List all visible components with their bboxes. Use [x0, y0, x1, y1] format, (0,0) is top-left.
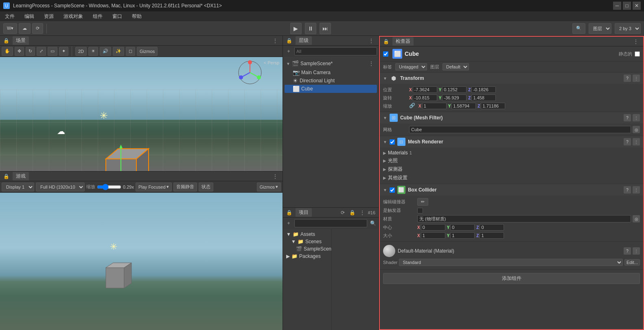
- box-collider-options-btn[interactable]: ⋮: [633, 186, 640, 194]
- project-refresh-btn[interactable]: ⟳: [339, 209, 347, 217]
- project-menu-btn[interactable]: ⋮: [358, 209, 366, 217]
- project-lock-btn[interactable]: 🔒: [348, 209, 357, 217]
- scene-object-cube[interactable]: [98, 143, 155, 171]
- combo-tool[interactable]: ✦: [59, 47, 68, 56]
- menu-component[interactable]: 组件: [91, 12, 104, 21]
- scale-slider[interactable]: [97, 184, 121, 190]
- object-name[interactable]: Cube: [405, 51, 616, 57]
- project-item-packages[interactable]: ▶ 📁 Packages: [285, 253, 330, 260]
- edit-collider-btn[interactable]: ✏: [417, 198, 428, 206]
- center-x-input[interactable]: [421, 224, 445, 231]
- layout-dropdown[interactable]: 2 by 3: [615, 23, 641, 34]
- pause-button[interactable]: ⏸: [305, 23, 316, 34]
- mesh-renderer-options-btn[interactable]: ⋮: [633, 138, 640, 145]
- project-add-btn[interactable]: +: [285, 219, 293, 227]
- close-button[interactable]: ✕: [633, 2, 641, 10]
- material-info-btn[interactable]: ?: [624, 247, 631, 255]
- play-button[interactable]: ▶: [290, 23, 302, 34]
- box-collider-info-btn[interactable]: ?: [624, 186, 631, 194]
- cloud-btn[interactable]: ☁: [19, 23, 31, 34]
- scale-y-input[interactable]: [451, 103, 476, 109]
- project-item-assets[interactable]: ▼ 📁 Assets: [285, 231, 330, 238]
- scene-menu-btn[interactable]: ⋮: [271, 37, 279, 45]
- scene-2d-btn[interactable]: 2D: [75, 47, 87, 56]
- size-y-input[interactable]: [450, 232, 475, 239]
- mesh-renderer-header[interactable]: ▼ ⊟ Mesh Renderer ? ⋮: [380, 136, 643, 147]
- game-tab[interactable]: 游戏: [13, 172, 29, 180]
- layer-dropdown[interactable]: 图层: [589, 23, 611, 34]
- project-item-samplescene[interactable]: 🎬 SampleScene: [285, 245, 330, 253]
- shader-dropdown[interactable]: Standard: [399, 259, 622, 266]
- gizmos-btn[interactable]: Gizmos ▾: [257, 183, 281, 191]
- mesh-filter-header[interactable]: ▼ ⊞ Cube (Mesh Filter) ? ⋮: [380, 112, 643, 123]
- transform-info-btn[interactable]: ?: [624, 75, 631, 82]
- hierarchy-search[interactable]: [294, 47, 377, 55]
- pos-z-input[interactable]: [471, 86, 496, 93]
- menu-file[interactable]: 文件: [3, 12, 16, 21]
- mesh-filter-options-btn[interactable]: ⋮: [633, 114, 640, 121]
- mesh-input[interactable]: [409, 126, 631, 133]
- display-select[interactable]: Display 1: [2, 183, 34, 191]
- hierarchy-tab[interactable]: 层级: [296, 36, 312, 45]
- active-checkbox[interactable]: [383, 51, 388, 57]
- project-tab[interactable]: 项目: [296, 208, 312, 217]
- rect-tool[interactable]: ▭: [48, 47, 57, 56]
- menu-help[interactable]: 帮助: [130, 12, 143, 21]
- step-button[interactable]: ⏭: [320, 23, 331, 34]
- mesh-renderer-info-btn[interactable]: ?: [624, 138, 631, 145]
- size-z-input[interactable]: [480, 232, 504, 239]
- static-checkbox[interactable]: [635, 51, 640, 57]
- pos-x-input[interactable]: [413, 86, 437, 93]
- scene-gizmos-btn[interactable]: Gizmos: [137, 47, 158, 56]
- search-btn[interactable]: 🔍: [572, 23, 585, 34]
- project-search[interactable]: [294, 219, 367, 227]
- hierarchy-menu-btn[interactable]: ⋮: [367, 37, 375, 45]
- box-collider-header[interactable]: ▼ ⬜ Box Collider ? ⋮: [380, 184, 643, 196]
- rot-x-input[interactable]: [413, 95, 437, 101]
- menu-edit[interactable]: 编辑: [23, 12, 36, 21]
- scale-tool[interactable]: ⤢: [37, 47, 46, 56]
- project-item-scenes[interactable]: ▼ 📁 Scenes: [285, 238, 330, 245]
- add-component-button[interactable]: 添加组件: [383, 273, 640, 284]
- menu-gameobject[interactable]: 游戏对象: [62, 12, 85, 21]
- hand-tool[interactable]: ✋: [2, 47, 13, 56]
- transform-header[interactable]: ▼ ⬢ Transform ? ⋮: [380, 73, 643, 84]
- phys-material-select-btn[interactable]: ◎: [633, 215, 640, 222]
- material-options-btn[interactable]: ⋮: [633, 247, 640, 255]
- transform-options-btn[interactable]: ⋮: [633, 75, 640, 82]
- menu-assets[interactable]: 资源: [42, 12, 55, 21]
- shader-edit-btn[interactable]: Edit...: [624, 259, 640, 266]
- tag-dropdown[interactable]: Untagged: [395, 63, 427, 70]
- play-focused-btn[interactable]: Play Focused ▾: [136, 183, 172, 191]
- scale-z-input[interactable]: [481, 103, 505, 109]
- scene-options-btn[interactable]: ⋮: [367, 59, 375, 68]
- hierarchy-add-btn[interactable]: +: [285, 47, 293, 55]
- center-y-input[interactable]: [450, 224, 475, 231]
- center-z-input[interactable]: [480, 224, 504, 231]
- layer-dropdown[interactable]: Default: [442, 63, 469, 70]
- resolution-select[interactable]: Full HD (1920x1080): [36, 183, 85, 191]
- transform-tool-btn[interactable]: W▾: [3, 23, 17, 34]
- scene-fx-btn[interactable]: ✨: [113, 47, 124, 56]
- minimize-button[interactable]: ─: [613, 2, 621, 10]
- materials-expandable[interactable]: ▶ Materials 1: [383, 149, 640, 156]
- inspector-menu-btn[interactable]: ⋮: [632, 37, 640, 46]
- mesh-renderer-enabled[interactable]: [390, 139, 395, 145]
- rotate-tool[interactable]: ↻: [26, 47, 35, 56]
- project-search-btn[interactable]: 🔍: [369, 219, 377, 227]
- hierarchy-item-cube[interactable]: ⬜ Cube: [285, 85, 377, 93]
- mesh-filter-info-btn[interactable]: ?: [624, 114, 631, 121]
- scene-audio-btn[interactable]: 🔊: [100, 47, 111, 56]
- scene-tab[interactable]: 场景: [13, 36, 29, 45]
- game-menu-btn[interactable]: ⋮: [271, 172, 279, 180]
- box-collider-enabled[interactable]: [390, 187, 395, 193]
- inspector-tab[interactable]: 检查器: [392, 37, 414, 46]
- corner-gizmo[interactable]: [238, 60, 262, 85]
- hierarchy-item-directionallight[interactable]: ☀ Directional Light: [285, 77, 377, 85]
- scene-hidden-btn[interactable]: ◻: [126, 47, 135, 56]
- mute-btn[interactable]: 音频静音: [173, 183, 197, 191]
- size-x-input[interactable]: [421, 232, 445, 239]
- phys-material-input[interactable]: [417, 215, 631, 222]
- pos-y-input[interactable]: [442, 86, 467, 93]
- trigger-checkbox[interactable]: [417, 208, 423, 213]
